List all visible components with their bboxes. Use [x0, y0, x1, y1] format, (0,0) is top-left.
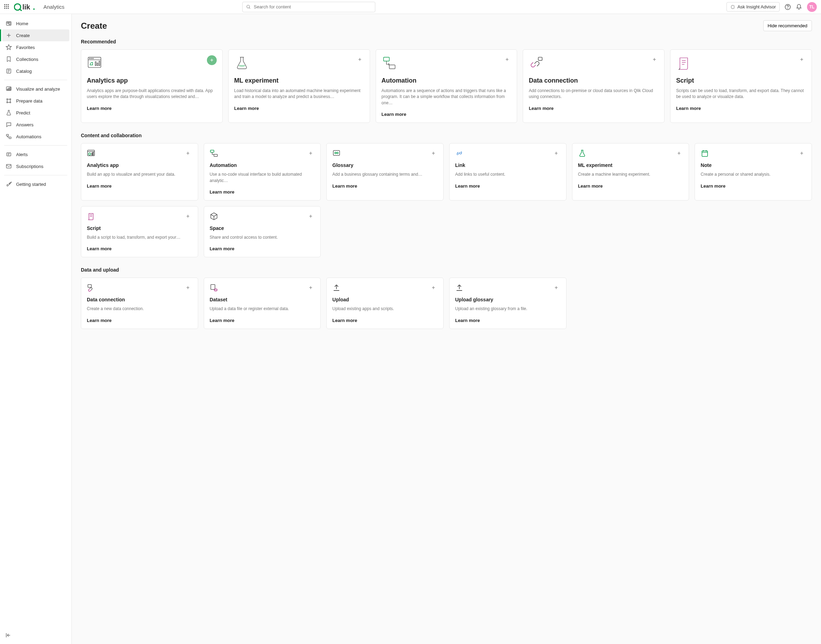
learn-more-link[interactable]: Learn more — [701, 183, 806, 189]
svg-point-21 — [7, 99, 8, 100]
sidebar-item-collections[interactable]: Collections — [2, 53, 69, 65]
learn-more-link[interactable]: Learn more — [210, 318, 315, 323]
learn-more-link[interactable]: Learn more — [234, 106, 364, 111]
learn-more-link[interactable]: Learn more — [87, 318, 192, 323]
collapse-sidebar-icon[interactable] — [5, 632, 11, 638]
create-button[interactable]: + — [306, 149, 315, 158]
create-button[interactable]: + — [552, 284, 560, 292]
create-button[interactable]: + — [798, 149, 806, 158]
learn-more-link[interactable]: Learn more — [382, 112, 511, 117]
section-data-head: Data and upload — [81, 267, 812, 273]
create-button[interactable]: + — [429, 149, 437, 158]
sidebar-label: Prepare data — [16, 98, 42, 104]
search-input-wrapper[interactable] — [242, 2, 375, 12]
bell-icon[interactable] — [796, 4, 802, 10]
create-button[interactable]: + — [306, 212, 315, 221]
svg-rect-9 — [7, 22, 9, 23]
svg-rect-49 — [92, 153, 92, 155]
card-small-link[interactable]: + Link Add links to useful content. Lear… — [449, 143, 566, 201]
learn-more-link[interactable]: Learn more — [455, 183, 560, 189]
sparkle-icon — [730, 5, 735, 9]
card-automation[interactable]: + Automation Automations are a sequence … — [376, 49, 517, 123]
ask-insight-advisor-button[interactable]: Ask Insight Advisor — [726, 2, 780, 12]
learn-more-link[interactable]: Learn more — [529, 106, 658, 111]
sidebar-item-getting-started[interactable]: Getting started — [2, 178, 69, 190]
card-desc: Add connections to on-premise or cloud d… — [529, 88, 658, 100]
card-data-connection[interactable]: + Data connection Create a new data conn… — [81, 278, 198, 329]
learn-more-link[interactable]: Learn more — [332, 318, 437, 323]
card-analytics-app[interactable]: + Analytics app Analytics apps are purpo… — [81, 49, 223, 123]
sidebar-item-prepare[interactable]: Prepare data — [2, 95, 69, 107]
sidebar-item-home[interactable]: Home — [2, 17, 69, 29]
learn-more-link[interactable]: Learn more — [210, 189, 315, 195]
hide-recommended-button[interactable]: Hide recommended — [763, 20, 812, 31]
learn-more-link[interactable]: Learn more — [87, 106, 217, 111]
create-button[interactable]: + — [306, 284, 315, 292]
svg-rect-25 — [6, 134, 8, 136]
sidebar-item-visualize[interactable]: Visualize and analyze — [2, 83, 69, 95]
catalog-icon — [6, 68, 12, 74]
sidebar-item-predict[interactable]: Predict — [2, 107, 69, 119]
card-title: Upload — [332, 297, 437, 302]
brand-logo[interactable]: lik — [14, 3, 37, 11]
learn-more-link[interactable]: Learn more — [676, 106, 806, 111]
card-data-connection[interactable]: + Data connection Add connections to on-… — [523, 49, 664, 123]
search-input[interactable] — [254, 4, 371, 9]
learn-more-link[interactable]: Learn more — [332, 183, 437, 189]
card-title: Glossary — [332, 163, 437, 168]
sidebar-item-automations[interactable]: Automations — [2, 130, 69, 143]
card-small-space[interactable]: + Space Share and control access to cont… — [204, 206, 321, 257]
create-button[interactable]: + — [429, 284, 437, 292]
card-small-script[interactable]: + Script Build a script to load, transfo… — [81, 206, 198, 257]
sidebar-item-alerts[interactable]: Alerts — [2, 149, 69, 160]
create-script-button[interactable]: + — [798, 55, 806, 64]
app-switcher-icon[interactable] — [4, 4, 10, 10]
sidebar-item-favorites[interactable]: Favorites — [2, 41, 69, 53]
create-button[interactable]: + — [184, 284, 192, 292]
learn-more-link[interactable]: Learn more — [455, 318, 560, 323]
create-data-connection-button[interactable]: + — [650, 55, 658, 64]
card-ml-experiment[interactable]: + ML experiment Load historical data int… — [228, 49, 370, 123]
card-desc: Create a machine learning experiment. — [578, 172, 683, 178]
sidebar-item-create[interactable]: Create — [2, 29, 69, 41]
create-button[interactable]: + — [184, 149, 192, 158]
card-small-glossary[interactable]: + Glossary Add a business glossary conta… — [326, 143, 443, 201]
card-desc: Analytics apps are purpose-built applica… — [87, 88, 217, 100]
create-automation-button[interactable]: + — [503, 55, 511, 64]
sidebar-label: Answers — [16, 122, 34, 127]
create-button[interactable]: + — [552, 149, 560, 158]
card-small-analytics-app[interactable]: + Analytics app Build an app to visualiz… — [81, 143, 198, 201]
create-button[interactable]: + — [184, 212, 192, 221]
create-ml-experiment-button[interactable]: + — [356, 55, 364, 64]
app-name: Analytics — [43, 4, 64, 10]
svg-text:lik: lik — [22, 3, 31, 11]
card-desc: Share and control access to content. — [210, 235, 315, 241]
create-button[interactable]: + — [675, 149, 683, 158]
card-dataset[interactable]: + Dataset Upload a data file or register… — [204, 278, 321, 329]
card-small-ml[interactable]: + ML experiment Create a machine learnin… — [572, 143, 689, 201]
section-content-head: Content and collaboration — [81, 133, 812, 138]
svg-line-1 — [20, 9, 21, 11]
sidebar-item-answers[interactable]: Answers — [2, 119, 69, 130]
card-upload[interactable]: + Upload Upload existing apps and script… — [326, 278, 443, 329]
card-upload-glossary[interactable]: + Upload glossary Upload an existing glo… — [449, 278, 566, 329]
help-icon[interactable] — [784, 4, 791, 10]
user-avatar[interactable]: TL — [807, 2, 817, 12]
alert-icon — [6, 151, 12, 158]
learn-more-link[interactable]: Learn more — [210, 246, 315, 251]
automation-icon — [210, 149, 218, 158]
card-small-note[interactable]: + Note Create a personal or shared analy… — [695, 143, 812, 201]
svg-point-3 — [33, 8, 35, 10]
create-analytics-app-button[interactable]: + — [207, 55, 217, 65]
card-script[interactable]: + Script Scripts can be used to load, tr… — [670, 49, 812, 123]
sidebar-item-catalog[interactable]: Catalog — [2, 65, 69, 77]
script-icon — [676, 55, 692, 71]
learn-more-link[interactable]: Learn more — [87, 183, 192, 189]
card-small-automation[interactable]: + Automation Use a no-code visual interf… — [204, 143, 321, 201]
learn-more-link[interactable]: Learn more — [578, 183, 683, 189]
sidebar-item-subscriptions[interactable]: Subscriptions — [2, 160, 69, 172]
card-title: Analytics app — [87, 77, 217, 84]
svg-point-22 — [10, 99, 11, 100]
learn-more-link[interactable]: Learn more — [87, 246, 192, 251]
card-desc: Automations are a sequence of actions an… — [382, 88, 511, 106]
